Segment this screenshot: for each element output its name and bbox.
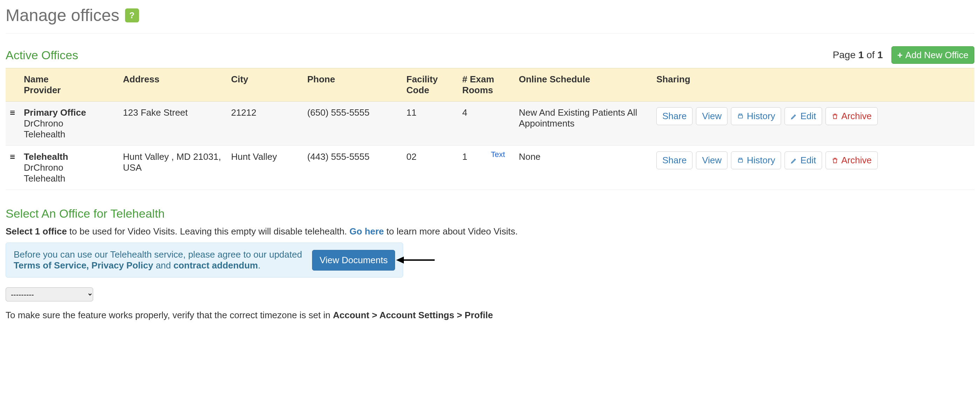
office-name: Telehealth: [24, 152, 68, 162]
go-here-link[interactable]: Go here: [350, 226, 384, 236]
telehealth-alert: Before you can use our Telehealth servic…: [6, 242, 403, 278]
share-button[interactable]: Share: [656, 152, 692, 169]
office-phone: (443) 555-5555: [303, 146, 402, 190]
plus-icon: +: [897, 49, 903, 61]
table-row: ≡ Telehealth DrChrono Telehealth Hunt Va…: [6, 146, 974, 190]
view-documents-button[interactable]: View Documents: [312, 250, 395, 270]
office-provider-l2: Telehealth: [24, 173, 65, 183]
telehealth-office-select[interactable]: ---------: [6, 287, 93, 302]
edit-label: Edit: [800, 110, 816, 122]
pagination-word: Page: [832, 49, 855, 60]
pagination-info: Page 1 of 1: [832, 49, 883, 61]
archive-label: Archive: [841, 110, 872, 122]
office-name: Primary Office: [24, 107, 86, 118]
view-button[interactable]: View: [696, 107, 727, 125]
edit-label: Edit: [800, 154, 816, 166]
alert-post: .: [258, 260, 260, 271]
add-new-office-button[interactable]: + Add New Office: [891, 46, 974, 64]
instr-text-2: to learn more about Video Visits.: [384, 226, 518, 236]
trash-icon: [832, 113, 838, 120]
alert-pre: Before you can use our Telehealth servic…: [14, 249, 302, 260]
table-row: ≡ Primary Office DrChrono Telehealth 123…: [6, 102, 974, 146]
archive-label: Archive: [841, 154, 872, 166]
col-name-l2: Provider: [24, 85, 61, 95]
trash-icon: [832, 157, 838, 164]
archive-button[interactable]: Archive: [826, 152, 878, 169]
archive-button[interactable]: Archive: [826, 107, 878, 125]
stray-annotation: Text: [491, 150, 505, 159]
col-exam-l2: Rooms: [462, 85, 493, 95]
tz-pre: To make sure the feature works properly,…: [6, 310, 333, 320]
col-facility-l1: Facility: [406, 74, 438, 85]
pagination-total: 1: [877, 49, 883, 60]
alert-mid: and: [153, 260, 173, 271]
col-phone: Phone: [303, 69, 402, 102]
offices-table: Name Provider Address City Phone Facilit…: [6, 68, 974, 190]
col-name-provider: Name Provider: [20, 69, 119, 102]
drag-handle-icon[interactable]: ≡: [10, 107, 15, 118]
add-new-office-label: Add New Office: [905, 49, 969, 61]
pencil-icon: [791, 113, 797, 120]
help-icon[interactable]: ?: [125, 8, 139, 22]
col-name-l1: Name: [24, 74, 49, 85]
office-online-schedule: New And Existing Patients All Appointmen…: [514, 102, 652, 146]
col-sharing: Sharing: [652, 69, 974, 102]
office-exam-rooms: 4: [458, 102, 514, 146]
alert-bold1: Terms of Service, Privacy Policy: [14, 260, 153, 271]
col-address: Address: [119, 69, 227, 102]
col-city: City: [227, 69, 303, 102]
print-icon: [737, 157, 744, 164]
office-phone: (650) 555-5555: [303, 102, 402, 146]
history-button[interactable]: History: [731, 107, 781, 125]
history-button[interactable]: History: [731, 152, 781, 169]
col-facility-l2: Code: [406, 85, 429, 95]
share-button[interactable]: Share: [656, 107, 692, 125]
active-offices-heading: Active Offices: [6, 48, 78, 62]
exam-rooms-value: 1: [462, 152, 467, 162]
telehealth-heading: Select An Office for Telehealth: [6, 207, 974, 220]
page-title: Manage offices: [6, 6, 119, 25]
svg-rect-1: [738, 159, 743, 162]
office-exam-rooms: 1 Text: [458, 146, 514, 190]
office-provider-l2: Telehealth: [24, 129, 65, 139]
office-facility: 11: [402, 102, 458, 146]
col-exam-rooms: # Exam Rooms: [458, 69, 514, 102]
print-icon: [737, 113, 744, 120]
edit-button[interactable]: Edit: [784, 107, 822, 125]
office-city: Hunt Valley: [227, 146, 303, 190]
tz-path: Account > Account Settings > Profile: [333, 310, 493, 320]
office-address: 123 Fake Street: [119, 102, 227, 146]
instr-text-1: to be used for Video Visits. Leaving thi…: [67, 226, 350, 236]
office-city: 21212: [227, 102, 303, 146]
view-button[interactable]: View: [696, 152, 727, 169]
svg-rect-0: [738, 115, 743, 118]
pencil-icon: [791, 157, 797, 164]
office-facility: 02: [402, 146, 458, 190]
office-provider-l1: DrChrono: [24, 162, 64, 173]
instr-bold: Select 1 office: [6, 226, 67, 236]
edit-button[interactable]: Edit: [784, 152, 822, 169]
pagination-current: 1: [859, 49, 864, 60]
telehealth-instruction: Select 1 office to be used for Video Vis…: [6, 226, 974, 237]
history-label: History: [747, 154, 775, 166]
office-online-schedule: None: [514, 146, 652, 190]
alert-bold2: contract addendum: [173, 260, 258, 271]
office-provider-l1: DrChrono: [24, 118, 64, 129]
pagination-of: of: [867, 49, 875, 60]
timezone-note: To make sure the feature works properly,…: [6, 310, 974, 321]
col-online-schedule: Online Schedule: [514, 69, 652, 102]
history-label: History: [747, 110, 775, 122]
col-exam-l1: # Exam: [462, 74, 494, 85]
drag-handle-icon[interactable]: ≡: [10, 152, 15, 162]
col-facility: Facility Code: [402, 69, 458, 102]
office-address: Hunt Valley , MD 21031, USA: [119, 146, 227, 190]
